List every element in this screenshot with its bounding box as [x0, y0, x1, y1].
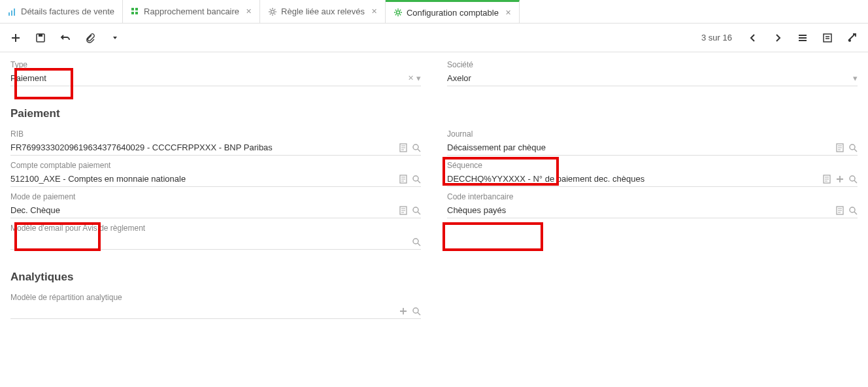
list-view-button[interactable]	[796, 31, 809, 44]
svg-rect-4	[135, 8, 138, 10]
svg-rect-1	[11, 10, 12, 16]
field-code-interbancaire[interactable]: Code interbancaire Chèques payés	[447, 192, 858, 218]
settings-button[interactable]	[846, 31, 859, 44]
detail-icon[interactable]	[399, 206, 408, 215]
section-title-analytiques: Analytiques	[10, 271, 858, 284]
close-icon[interactable]: ✕	[246, 7, 252, 16]
attachment-button[interactable]	[84, 31, 97, 44]
field-label: Séquence	[447, 161, 858, 170]
svg-point-7	[271, 10, 275, 13]
detail-icon[interactable]	[835, 143, 844, 152]
add-icon[interactable]	[399, 307, 408, 316]
field-modele-repartition[interactable]: Modèle de répartition analytique	[10, 293, 421, 319]
svg-rect-11	[824, 34, 831, 42]
svg-point-14	[413, 144, 418, 150]
tab-configuration[interactable]: Configuration comptable ✕	[386, 0, 520, 23]
gear-icon	[393, 8, 403, 17]
chevron-down-icon[interactable]: ▾	[416, 73, 421, 83]
svg-rect-3	[131, 8, 134, 10]
section-title-paiement: Paiement	[10, 107, 858, 120]
svg-point-12	[848, 39, 851, 42]
gear-icon	[268, 7, 277, 16]
field-value: Dec. Chèque	[10, 205, 399, 215]
svg-rect-6	[135, 12, 138, 14]
svg-point-25	[413, 239, 418, 244]
grid-icon	[131, 7, 140, 16]
field-label: Compte comptable paiement	[10, 161, 421, 170]
close-icon[interactable]: ✕	[505, 8, 511, 17]
chart-icon	[8, 7, 17, 16]
search-icon[interactable]	[848, 206, 858, 215]
close-icon[interactable]: ✕	[371, 7, 377, 16]
svg-rect-5	[131, 12, 134, 14]
field-value: Chèques payés	[447, 205, 835, 215]
field-value: FR76993330209619634377640029 - CCCCFRPPX…	[10, 143, 399, 152]
tab-label: Rapprochement bancaire	[144, 7, 239, 16]
search-icon[interactable]	[412, 206, 421, 215]
detail-icon[interactable]	[399, 143, 408, 152]
field-label: Société	[447, 60, 858, 69]
field-label: RIB	[10, 129, 421, 139]
prev-button[interactable]	[746, 31, 760, 44]
svg-rect-2	[14, 8, 15, 16]
clear-icon[interactable]: ✕	[408, 74, 414, 82]
field-label: Type	[10, 60, 421, 69]
field-value: Axelor	[447, 73, 853, 83]
field-label: Modèle d'email pour Avis de règlement	[10, 224, 421, 233]
svg-rect-0	[8, 12, 10, 16]
tab-rapprochement[interactable]: Rapprochement bancaire ✕	[123, 0, 260, 23]
svg-point-26	[413, 308, 418, 313]
add-icon[interactable]	[835, 175, 844, 184]
svg-point-22	[413, 207, 418, 212]
detail-icon[interactable]	[822, 175, 831, 184]
form-view-button[interactable]	[821, 31, 834, 44]
svg-point-18	[413, 176, 418, 181]
field-compte[interactable]: Compte comptable paiement 512100_AXE - C…	[10, 161, 421, 187]
detail-icon[interactable]	[835, 206, 844, 215]
field-modele-email[interactable]: Modèle d'email pour Avis de règlement	[10, 224, 421, 250]
search-icon[interactable]	[412, 307, 421, 316]
form-content: Type Paiement ✕ ▾ Société Axelor ▾	[0, 52, 868, 344]
field-value: DECCHQ%YYXXXX - N° de paiement dec. chèq…	[447, 174, 822, 184]
chevron-down-icon[interactable]: ▾	[853, 73, 858, 83]
tab-label: Règle liée aux relevés	[281, 7, 365, 16]
search-icon[interactable]	[412, 143, 421, 152]
tab-regle[interactable]: Règle liée aux relevés ✕	[260, 0, 386, 23]
detail-icon[interactable]	[399, 175, 408, 184]
svg-point-16	[850, 144, 855, 150]
search-icon[interactable]	[848, 143, 858, 152]
tab-details-factures[interactable]: Détails factures de vente	[0, 0, 123, 23]
search-icon[interactable]	[412, 175, 421, 184]
field-journal[interactable]: Journal Décaissement par chèque	[447, 129, 858, 156]
field-mode-paiement[interactable]: Mode de paiement Dec. Chèque	[10, 192, 421, 218]
dropdown-caret-icon[interactable]	[108, 31, 122, 44]
field-value: Paiement	[10, 73, 408, 83]
field-value: 512100_AXE - Comptes en monnaie national…	[10, 174, 399, 184]
field-type[interactable]: Type Paiement ✕ ▾	[10, 60, 421, 86]
svg-point-24	[850, 207, 855, 212]
svg-point-20	[850, 176, 855, 181]
tab-label: Configuration comptable	[407, 8, 499, 18]
search-icon[interactable]	[412, 237, 421, 246]
field-label: Journal	[447, 129, 858, 139]
toolbar: 3 sur 16	[0, 24, 868, 52]
next-button[interactable]	[771, 31, 784, 44]
search-icon[interactable]	[848, 175, 858, 184]
svg-rect-10	[39, 34, 42, 37]
field-value: Décaissement par chèque	[447, 143, 835, 152]
save-button[interactable]	[34, 31, 47, 44]
field-label: Code interbancaire	[447, 192, 858, 201]
field-rib[interactable]: RIB FR76993330209619634377640029 - CCCCF…	[10, 129, 421, 156]
field-label: Mode de paiement	[10, 192, 421, 201]
tab-label: Détails factures de vente	[21, 7, 114, 16]
field-societe[interactable]: Société Axelor ▾	[447, 60, 858, 86]
tab-bar: Détails factures de vente Rapprochement …	[0, 0, 868, 24]
undo-button[interactable]	[59, 31, 72, 44]
svg-point-8	[396, 11, 399, 14]
field-sequence[interactable]: Séquence DECCHQ%YYXXXX - N° de paiement …	[447, 161, 858, 187]
pagination-info: 3 sur 16	[701, 33, 732, 42]
field-label: Modèle de répartition analytique	[10, 293, 421, 302]
add-button[interactable]	[9, 31, 22, 44]
